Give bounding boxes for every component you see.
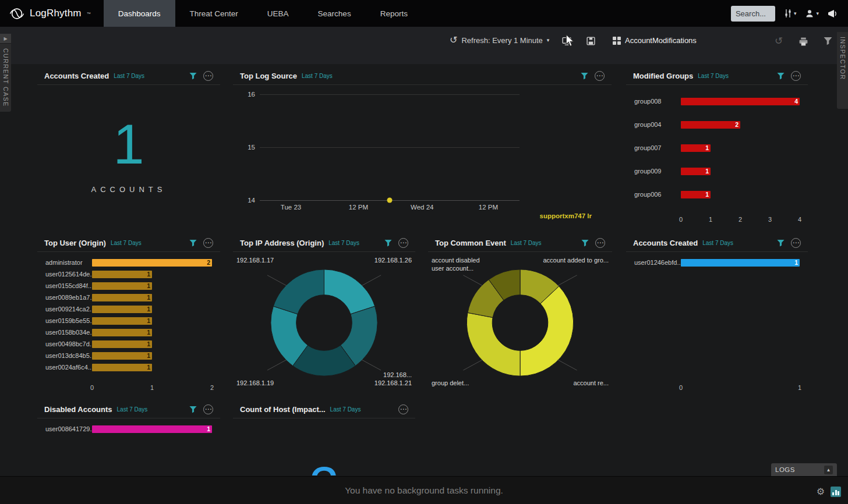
donut-label: account added to gro...: [543, 257, 609, 264]
task-panel-icon[interactable]: [831, 487, 841, 497]
widget-period: Last 7 Days: [330, 406, 361, 413]
gear-icon[interactable]: ⚙: [817, 487, 825, 496]
bar-track: 4: [681, 98, 800, 105]
filter-icon[interactable]: [777, 239, 785, 247]
filter-icon[interactable]: [384, 239, 392, 247]
more-options-icon[interactable]: ⋯: [203, 238, 213, 248]
bar[interactable]: 1: [92, 329, 152, 336]
x-axis: 012: [92, 382, 212, 392]
donut-label: 192.168...: [383, 371, 412, 378]
save-dashboard-button[interactable]: [586, 36, 596, 46]
filter-icon[interactable]: [581, 72, 588, 80]
donut-slice[interactable]: [520, 286, 574, 376]
tab-threat-center[interactable]: Threat Center: [175, 0, 253, 27]
bar-value: 1: [794, 259, 798, 267]
more-options-icon[interactable]: ⋯: [203, 404, 213, 414]
user-menu[interactable]: ▾: [805, 9, 819, 18]
filter-icon[interactable]: [189, 406, 197, 413]
bar-row: user013dc84b5...1: [45, 350, 212, 361]
bar-chart: user01246ebfd...1 01: [626, 252, 808, 393]
bar-chart: administrator2user0125614de...1user0155c…: [37, 252, 220, 393]
donut-label: account disabled: [432, 257, 480, 264]
inspector-panel-tab[interactable]: INSPECTOR: [837, 32, 848, 109]
bar[interactable]: 1: [92, 306, 152, 313]
tab-ueba[interactable]: UEBA: [253, 0, 303, 27]
more-options-icon[interactable]: ⋯: [398, 238, 408, 248]
bar[interactable]: 1: [92, 364, 152, 371]
bar-track: 1: [681, 191, 800, 198]
bar-row: group0091: [634, 159, 800, 183]
bar-track: 1: [92, 294, 212, 301]
donut-slice[interactable]: [467, 313, 520, 376]
widget-title: Top Common Event: [435, 239, 506, 247]
line-chart: 161514Tue 2312 PMWed 2412 PM supportxm74…: [233, 94, 612, 225]
bar-label: user00498bc7d...: [45, 340, 92, 347]
tab-dashboards[interactable]: Dashboards: [104, 0, 175, 27]
bar-value: 1: [147, 282, 150, 290]
bar[interactable]: 2: [92, 259, 212, 267]
bar-row: user008641729...1: [45, 423, 212, 435]
preferences-menu[interactable]: ▾: [784, 9, 797, 18]
present-dashboard-button[interactable]: [561, 36, 572, 46]
logs-panel-tab[interactable]: LOGS ▲: [771, 463, 837, 476]
donut-slice[interactable]: [324, 269, 375, 314]
more-options-icon[interactable]: ⋯: [595, 238, 605, 248]
tab-searches[interactable]: Searches: [303, 0, 366, 27]
bar-value: 1: [147, 352, 150, 360]
widget-modified-groups: Modified Groups Last 7 Days ⋯ group0084g…: [626, 67, 808, 225]
filter-icon[interactable]: [581, 239, 589, 247]
status-bar: You have no background tasks running.: [0, 476, 848, 504]
bar[interactable]: 1: [92, 352, 152, 360]
bar-track: 1: [92, 329, 212, 336]
bar-value: 1: [207, 425, 210, 433]
more-options-icon[interactable]: ⋯: [203, 71, 213, 81]
bar-track: 1: [681, 168, 800, 175]
bar[interactable]: 1: [92, 340, 152, 348]
bar[interactable]: 1: [92, 282, 152, 290]
series-legend[interactable]: supportxm747 lr: [540, 212, 592, 219]
printer-icon: [798, 37, 808, 47]
display-icon: [561, 36, 572, 46]
print-button[interactable]: [798, 37, 808, 47]
more-options-icon[interactable]: ⋯: [595, 71, 605, 81]
more-options-icon[interactable]: ⋯: [791, 71, 801, 81]
bar[interactable]: 1: [92, 317, 152, 325]
widget-title: Count of Host (Impact...: [240, 405, 326, 414]
dashboard-selector[interactable]: AccountModifications: [613, 36, 697, 45]
expand-panel-icon[interactable]: ▶: [0, 34, 11, 44]
widget-period: Last 7 Days: [111, 240, 142, 246]
bar[interactable]: 1: [92, 271, 152, 278]
bar[interactable]: 1: [681, 168, 711, 175]
announcements-button[interactable]: [828, 9, 839, 18]
data-point[interactable]: [387, 198, 393, 203]
axis-tick: 2: [739, 216, 742, 223]
brand[interactable]: LogRhythm ™: [0, 0, 104, 27]
metric-unit: ACCOUNTS: [91, 185, 167, 194]
widget-title: Accounts Created: [44, 72, 109, 80]
bar[interactable]: 1: [681, 259, 800, 267]
more-options-icon[interactable]: ⋯: [791, 238, 801, 248]
bar[interactable]: 1: [92, 425, 212, 433]
filter-icon[interactable]: [777, 72, 785, 80]
donut-slice[interactable]: [273, 269, 324, 314]
bar[interactable]: 4: [681, 98, 800, 105]
inspector-label: INSPECTOR: [839, 37, 846, 80]
more-options-icon[interactable]: ⋯: [398, 404, 408, 414]
bar[interactable]: 1: [681, 191, 711, 198]
nav-tabs: Dashboards Threat Center UEBA Searches R…: [104, 0, 422, 27]
filter-icon[interactable]: [189, 239, 197, 247]
refresh-interval-selector[interactable]: ↺ Refresh: Every 1 Minute ▾: [450, 36, 549, 45]
widget-count-of-host: Count of Host (Impact... Last 7 Days ⋯ 2: [233, 400, 415, 475]
current-case-panel-tab[interactable]: ▶ CURRENT CASE: [0, 34, 11, 112]
bar[interactable]: 1: [92, 294, 152, 301]
filter-icon[interactable]: [189, 72, 197, 80]
undo-button[interactable]: ↺: [775, 35, 783, 47]
bar[interactable]: 2: [681, 121, 740, 129]
widget-accounts-created-bar: Accounts Created Last 7 Days ⋯ user01246…: [626, 234, 808, 393]
tab-reports[interactable]: Reports: [366, 0, 422, 27]
search-input[interactable]: [731, 6, 775, 22]
chevron-down-icon: ▾: [794, 10, 797, 16]
dashboard-filter-button[interactable]: [824, 37, 832, 45]
bar-value: 1: [147, 317, 150, 325]
bar[interactable]: 1: [681, 144, 711, 152]
